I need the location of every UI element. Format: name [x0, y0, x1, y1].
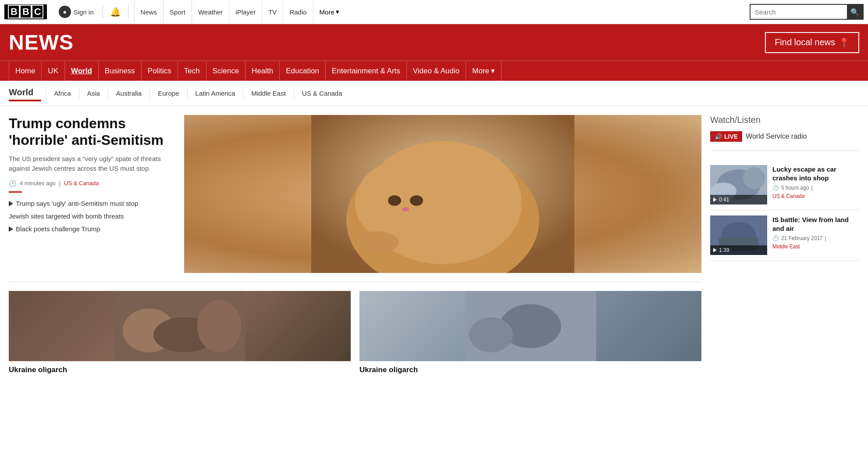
svg-point-5 — [410, 195, 423, 206]
related-link-2: Jewish sites targeted with bomb threats — [9, 210, 175, 222]
sub-nav-us-canada[interactable]: US & Canada — [294, 87, 350, 99]
nav-uk[interactable]: UK — [42, 61, 65, 81]
nav-divider — [103, 5, 103, 18]
sub-nav-asia[interactable]: Asia — [79, 87, 108, 99]
related-link-3-text[interactable]: Black poets challenge Trump — [16, 225, 100, 233]
more-news-button[interactable]: More ▾ — [466, 61, 502, 81]
sidebar-card-1-meta: 🕐 5 hours ago | — [772, 185, 859, 191]
sidebar-card-1-category[interactable]: US & Canada — [772, 193, 804, 199]
nav-science[interactable]: Science — [206, 61, 245, 81]
nav-health[interactable]: Health — [245, 61, 280, 81]
article-area: Trump condemns 'horrible' anti-Semitism … — [9, 115, 701, 374]
clock-icon-sidebar-1: 🕐 — [772, 185, 779, 191]
nav-video-audio[interactable]: Video & Audio — [407, 61, 466, 81]
nav-world[interactable]: World — [65, 61, 99, 81]
main-article: Trump condemns 'horrible' anti-Semitism … — [9, 115, 701, 282]
article-summary: The US president says a "very ugly" spat… — [9, 154, 175, 174]
live-badge: 🔊 LIVE — [710, 131, 742, 142]
search-button[interactable]: 🔍 — [847, 4, 863, 20]
svg-point-6 — [402, 207, 409, 212]
sidebar: Watch/Listen 🔊 LIVE World Service radio … — [710, 115, 859, 374]
svg-point-8 — [403, 238, 438, 255]
play-icon — [713, 197, 717, 202]
news-header: NEWS Find local news 📍 — [0, 24, 868, 61]
bottom-articles-row: Ukraine oligarch Ukraine oligarch — [9, 282, 701, 374]
sub-nav-africa[interactable]: Africa — [46, 87, 78, 99]
nav-tech[interactable]: Tech — [178, 61, 206, 81]
avatar-icon: ● — [59, 6, 71, 18]
clock-icon-sidebar-2: 🕐 — [772, 235, 779, 241]
related-link-2-text[interactable]: Jewish sites targeted with bomb threats — [9, 212, 124, 220]
sidebar-card-1-title: Lucky escape as car crashes into shop — [772, 165, 859, 182]
nav-education[interactable]: Education — [280, 61, 326, 81]
chevron-down-icon-news: ▾ — [491, 66, 495, 75]
search-input[interactable] — [751, 8, 847, 16]
nav-link-iplayer[interactable]: iPlayer — [229, 0, 262, 24]
svg-point-19 — [743, 167, 765, 189]
bell-icon: 🔔 — [110, 7, 121, 17]
sub-nav-latin-america[interactable]: Latin America — [187, 87, 243, 99]
article-text: Trump condemns 'horrible' anti-Semitism … — [9, 115, 175, 273]
article-thumb-1 — [9, 291, 351, 361]
video-icon-2 — [9, 226, 13, 232]
article-card-2-title: Ukraine oligarch — [359, 366, 701, 374]
sub-nav-australia[interactable]: Australia — [108, 87, 149, 99]
article-image — [184, 115, 701, 273]
red-divider — [9, 191, 22, 193]
sign-in-label: Sign in — [74, 8, 94, 16]
sidebar-thumb-1: 0:41 — [710, 165, 767, 204]
find-local-news-button[interactable]: Find local news 📍 — [765, 32, 859, 53]
search-icon: 🔍 — [850, 8, 859, 16]
live-radio-row[interactable]: 🔊 LIVE World Service radio — [710, 131, 859, 151]
nav-link-news[interactable]: News — [134, 0, 164, 24]
nav-link-tv[interactable]: TV — [262, 0, 283, 24]
nav-home[interactable]: Home — [9, 61, 42, 81]
notification-bell-button[interactable]: 🔔 — [107, 5, 125, 19]
video-duration-2: 1:39 — [719, 247, 729, 253]
top-navigation: BBC ● Sign in 🔔 News Sport Weather iPlay… — [0, 0, 868, 24]
svg-point-7 — [355, 231, 399, 253]
nav-link-sport[interactable]: Sport — [163, 0, 192, 24]
more-nav-button[interactable]: More ▾ — [313, 0, 345, 24]
sidebar-thumb-2: 1:39 — [710, 215, 767, 255]
news-category-nav: Home UK World Business Politics Tech Sci… — [0, 61, 868, 81]
chevron-down-icon: ▾ — [336, 8, 339, 16]
sub-nav-middle-east[interactable]: Middle East — [243, 87, 293, 99]
nav-entertainment[interactable]: Entertainment & Arts — [326, 61, 407, 81]
news-title: NEWS — [9, 30, 74, 54]
sub-navigation: World Africa Asia Australia Europe Latin… — [0, 81, 868, 106]
sign-in-button[interactable]: ● Sign in — [53, 3, 99, 21]
nav-business[interactable]: Business — [99, 61, 142, 81]
bbc-logo[interactable]: BBC — [4, 4, 47, 19]
related-link-1-text[interactable]: Trump says 'ugly' anti-Semitism must sto… — [16, 200, 138, 207]
live-radio-text: World Service radio — [746, 133, 807, 140]
watch-listen-title: Watch/Listen — [710, 115, 859, 125]
top-nav-links: News Sport Weather iPlayer TV Radio More… — [134, 0, 345, 24]
cat-image-placeholder — [184, 115, 701, 273]
article-card-2: Ukraine oligarch — [359, 291, 701, 374]
article-card-1: Ukraine oligarch — [9, 291, 351, 374]
related-link-1: Trump says 'ugly' anti-Semitism must sto… — [9, 197, 175, 210]
speaker-icon: 🔊 — [715, 133, 722, 140]
nav-divider-2 — [128, 5, 128, 18]
article-card-1-title: Ukraine oligarch — [9, 366, 351, 374]
play-icon-2 — [713, 248, 717, 252]
nav-politics[interactable]: Politics — [142, 61, 178, 81]
sub-nav-active-label: World — [9, 85, 41, 101]
main-content: Trump condemns 'horrible' anti-Semitism … — [0, 106, 868, 383]
article-headline: Trump condemns 'horrible' anti-Semitism — [9, 115, 175, 149]
location-pin-icon: 📍 — [839, 37, 850, 48]
sidebar-card-2-meta: 🕐 21 February 2017 | — [772, 235, 859, 241]
clock-icon: 🕐 — [9, 180, 16, 187]
find-local-label: Find local news — [775, 37, 835, 47]
related-link-3: Black poets challenge Trump — [9, 222, 175, 235]
svg-point-12 — [197, 300, 241, 352]
sub-nav-europe[interactable]: Europe — [149, 87, 187, 99]
article-category-link[interactable]: US & Canada — [64, 180, 99, 187]
nav-link-weather[interactable]: Weather — [192, 0, 229, 24]
sidebar-card-2-title: IS battle: View from land and air — [772, 215, 859, 233]
svg-point-4 — [388, 195, 401, 206]
sidebar-card-2-category[interactable]: Middle East — [772, 244, 800, 250]
nav-link-radio[interactable]: Radio — [283, 0, 313, 24]
sidebar-card-1: 0:41 Lucky escape as car crashes into sh… — [710, 160, 859, 210]
